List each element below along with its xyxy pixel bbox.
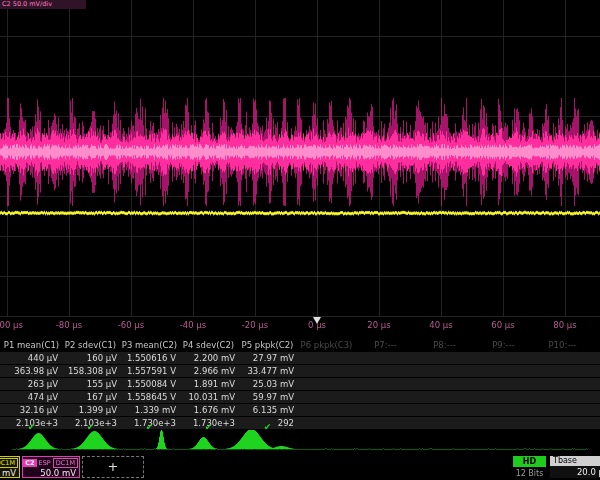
measure-value-cell: 1.558645 V [120,391,176,403]
measure-param-header[interactable]: P8:--- [415,339,474,351]
measure-param-header[interactable]: P7:--- [356,339,415,351]
c1-tags: C1 DC1M [0,458,18,467]
time-tick-label: 80 µs [541,320,589,330]
measure-value-cell: 440 µV [2,352,58,364]
time-tick-label: 20 µs [355,320,403,330]
measure-table-row: 263 µV155 µV1.550084 V1.891 mV25.03 mV [0,378,600,391]
time-tick-label: 0 µs [293,320,341,330]
measure-value-cell: 1.676 mV [179,404,235,416]
hd-mode-badge[interactable]: HD [513,456,546,467]
measure-value-cell: 263 µV [2,378,58,390]
measure-value-cell: 33.477 mV [238,365,294,377]
measure-param-header[interactable]: P1 mean(C1) [2,339,61,351]
measure-value-cell: 32.16 µV [2,404,58,416]
time-tick-label: -40 µs [169,320,217,330]
time-tick-label: -80 µs [45,320,93,330]
measure-value-cell: 25.03 mV [238,378,294,390]
measure-value-cell: 1.891 mV [179,378,235,390]
measure-param-header[interactable]: P [592,339,600,351]
oscilloscope-screen: C2 50.0 mV/div -100 µs-80 µs-60 µs-40 µs… [0,0,600,480]
measure-table-row: 440 µV160 µV1.550616 V2.200 mV27.97 mV [0,352,600,365]
c1-volts-per-div: 0 mV [0,468,16,478]
c2-volts-per-div: 50.0 mV [24,468,76,478]
measure-param-header[interactable]: P6 pkpk(C3) [297,339,356,351]
measure-value-cell: 59.97 mV [238,391,294,403]
measure-value-cell: 1.550616 V [120,352,176,364]
measure-value-cell: 2.966 mV [179,365,235,377]
channel-descriptor-c1[interactable]: C1 DC1M 0 mV [0,456,20,478]
timebase-title: Tbase [550,456,600,466]
measure-value-cell: 6.135 mV [238,404,294,416]
measure-value-cell: 158.308 µV [61,365,117,377]
measure-value-cell: 1.339 mV [120,404,176,416]
measurement-histicon-strip [0,430,600,454]
measure-value-cell: 2.200 mV [179,352,235,364]
measure-value-cell: 27.97 mV [238,352,294,364]
measure-param-header[interactable]: P3 mean(C2) [120,339,179,351]
hd-bits-label: 12 Bits [509,469,550,478]
measure-table-row: 32.16 µV1.399 µV1.339 mV1.676 mV6.135 mV [0,404,600,417]
c2-esp-tag: ESP [39,459,51,467]
measure-param-header[interactable]: P2 sdev(C1) [61,339,120,351]
measure-value-cell: 167 µV [61,391,117,403]
measure-param-header[interactable]: P9:--- [474,339,533,351]
c2-channel-chip: C2 [23,459,36,467]
measure-value-cell: 10.031 mV [179,391,235,403]
time-axis: -100 µs-80 µs-60 µs-40 µs-20 µs0 µs20 µs… [0,318,600,333]
measure-value-cell: 1.557591 V [120,365,176,377]
measure-value-cell: 1.399 µV [61,404,117,416]
time-tick-label: -20 µs [231,320,279,330]
measure-param-header[interactable]: P4 sdev(C2) [179,339,238,351]
plus-icon: + [108,459,119,474]
waveform-display[interactable] [0,0,600,318]
measure-table-row: 363.98 µV158.308 µV1.557591 V2.966 mV33.… [0,365,600,378]
measure-table-row: 474 µV167 µV1.558645 V10.031 mV59.97 mV [0,391,600,404]
c1-coupling-chip: DC1M [0,458,18,468]
timebase-value: 20.0 µ [550,467,600,477]
measure-value-cell: 155 µV [61,378,117,390]
measure-param-header[interactable]: P10:--- [533,339,592,351]
measure-value-cell: 363.98 µV [2,365,58,377]
time-tick-label: -100 µs [0,320,31,330]
measure-table: P1 mean(C1)P2 sdev(C1)P3 mean(C2)P4 sdev… [0,338,600,434]
c2-coupling-chip: DC1M [53,458,78,468]
time-tick-label: -60 µs [107,320,155,330]
timebase-descriptor[interactable]: Tbase 20.0 µ [550,456,600,478]
measure-table-header-row: P1 mean(C1)P2 sdev(C1)P3 mean(C2)P4 sdev… [0,339,600,351]
measure-param-header[interactable]: P5 pkpk(C2) [238,339,297,351]
c2-tags: C2 ESP DC1M [24,458,78,467]
time-tick-label: 40 µs [417,320,465,330]
channel-descriptor-c2[interactable]: C2 ESP DC1M 50.0 mV [22,456,80,478]
measure-value-cell: 474 µV [2,391,58,403]
measure-value-cell: 1.550084 V [120,378,176,390]
time-tick-label: 60 µs [479,320,527,330]
trace-annotation-label: C2 50.0 mV/div [0,0,86,9]
measure-value-cell: 160 µV [61,352,117,364]
add-trace-button[interactable]: + [82,456,144,478]
